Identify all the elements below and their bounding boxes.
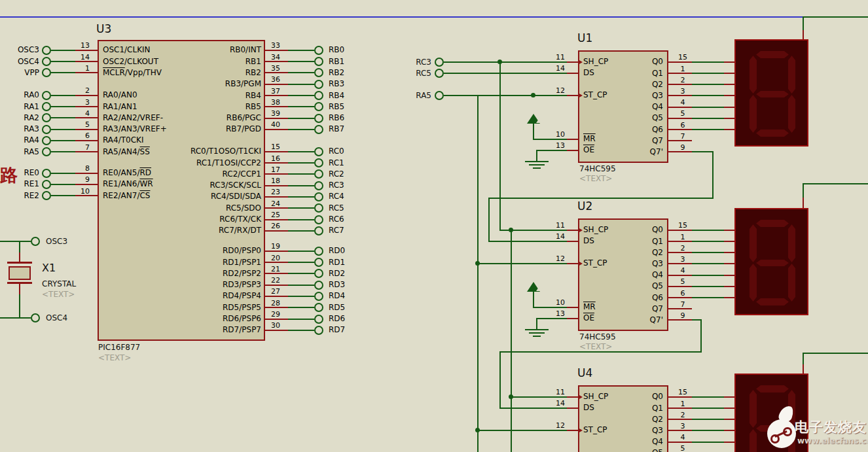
seven-seg-display-1[interactable]: [734, 39, 808, 147]
wire[interactable]: [288, 162, 314, 164]
ground-icon: [529, 332, 545, 334]
wire[interactable]: [712, 151, 714, 199]
wire[interactable]: [288, 196, 314, 198]
pin-number: 6: [673, 121, 693, 130]
schematic-canvas[interactable]: U3 PIC16F877 <TEXT> OSC3 13 OSC1/CLKIN O…: [0, 0, 868, 452]
pin-label: Q0: [615, 57, 663, 66]
segment-b: [788, 56, 795, 94]
pin-number: 5: [673, 444, 693, 452]
wire[interactable]: [692, 408, 724, 409]
pin-label: RC2/CCP1: [98, 169, 261, 179]
chip-part-u2: 74HC595: [579, 332, 616, 341]
wire[interactable]: [803, 16, 804, 30]
wire[interactable]: [288, 173, 314, 175]
display-pin[interactable]: [724, 408, 735, 409]
seven-seg-display-2[interactable]: [734, 208, 808, 315]
terminal-icon[interactable]: [314, 158, 323, 167]
display-pin[interactable]: [724, 61, 735, 63]
wire[interactable]: [488, 198, 714, 199]
wire[interactable]: [692, 230, 724, 231]
chip-ref-u2: U2: [577, 200, 592, 213]
terminal-icon[interactable]: [314, 169, 323, 179]
ground-icon[interactable]: [525, 161, 549, 162]
pin-label: Q3: [615, 426, 663, 435]
wire[interactable]: [288, 330, 314, 331]
pin-label: Q1: [615, 404, 663, 413]
logo-circle-icon: [767, 419, 796, 448]
watermark-brand: 电子发烧友: [795, 418, 867, 436]
pin[interactable]: [803, 198, 804, 209]
pin-number: 5: [673, 109, 693, 118]
chip-ref-u1: U1: [577, 31, 592, 44]
pin-label: Q6: [615, 293, 663, 302]
display-pin[interactable]: [724, 84, 735, 85]
terminal-icon[interactable]: [314, 215, 323, 224]
wire[interactable]: [803, 353, 804, 364]
wire[interactable]: [803, 16, 868, 18]
pin-number: 9: [673, 143, 693, 152]
segment-g: [756, 260, 789, 266]
display-pin[interactable]: [724, 252, 735, 253]
wire[interactable]: [288, 207, 314, 209]
terminal-icon[interactable]: [314, 192, 323, 201]
wire[interactable]: [803, 183, 804, 198]
pin[interactable]: [803, 30, 804, 40]
display-pin[interactable]: [724, 129, 735, 130]
wire[interactable]: [288, 185, 314, 186]
wire[interactable]: [692, 297, 724, 298]
pin-row: RC3/SCK/SCL 18 RC3: [0, 180, 432, 191]
terminal-label: RC2: [329, 169, 344, 179]
display-pin[interactable]: [724, 263, 735, 264]
display-pin[interactable]: [724, 107, 735, 108]
display-pin[interactable]: [724, 419, 735, 420]
pin-label: Q5: [615, 448, 663, 452]
wire[interactable]: [692, 129, 724, 130]
pin-label: Q7: [615, 304, 663, 313]
display-pin[interactable]: [724, 442, 735, 443]
display-pin[interactable]: [724, 275, 735, 276]
display-pin[interactable]: [724, 95, 735, 96]
terminal-icon[interactable]: [314, 326, 323, 335]
wire[interactable]: [692, 275, 724, 276]
wire[interactable]: [803, 353, 868, 354]
terminal-icon[interactable]: [314, 181, 323, 190]
wire[interactable]: [803, 183, 868, 184]
wire[interactable]: [692, 442, 724, 443]
wire[interactable]: [692, 252, 724, 253]
chip-part-u3: PIC16F877: [98, 343, 140, 352]
display-pin[interactable]: [724, 297, 735, 298]
wire[interactable]: [288, 50, 314, 51]
display-pin[interactable]: [724, 396, 735, 398]
wire[interactable]: [692, 430, 724, 431]
terminal-label: RB0: [329, 45, 344, 54]
chip-text-tag-u2: <TEXT>: [579, 342, 612, 351]
terminal-icon[interactable]: [314, 46, 323, 55]
wire[interactable]: [692, 107, 724, 108]
pin[interactable]: [803, 364, 804, 374]
display-pin[interactable]: [724, 73, 735, 74]
terminal-label: RC5: [329, 203, 344, 213]
wire[interactable]: [288, 219, 314, 220]
wire[interactable]: [499, 351, 702, 353]
wire[interactable]: [692, 241, 724, 242]
wire[interactable]: [692, 73, 724, 74]
wire[interactable]: [692, 419, 724, 420]
terminal-label: RC1: [329, 158, 344, 167]
display-pin[interactable]: [724, 241, 735, 242]
display-pin[interactable]: [724, 286, 735, 287]
wire[interactable]: [692, 61, 724, 63]
display-pin[interactable]: [724, 230, 735, 231]
pin-number: 15: [673, 388, 693, 396]
wire[interactable]: [692, 95, 724, 96]
wire[interactable]: [692, 286, 724, 287]
wire[interactable]: [692, 84, 724, 85]
pin-label: RC6/TX/CK: [98, 215, 261, 224]
wire[interactable]: [692, 396, 724, 398]
terminal-icon[interactable]: [314, 203, 323, 213]
display-pin[interactable]: [724, 430, 735, 431]
ground-icon[interactable]: [525, 329, 549, 330]
wire[interactable]: [692, 263, 724, 264]
display-pin[interactable]: [724, 118, 735, 119]
wire[interactable]: [692, 118, 724, 119]
pin-label: Q3: [615, 91, 663, 100]
